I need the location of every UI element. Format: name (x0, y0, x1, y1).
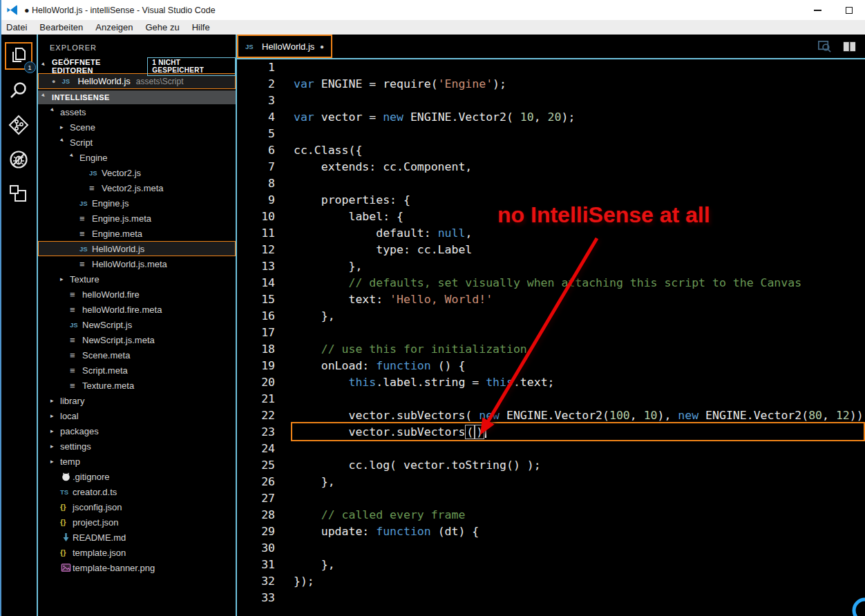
code-editor[interactable]: 12var ENGINE = require('Engine');34var v… (237, 59, 865, 616)
code-line-12[interactable]: 12 type: cc.Label (237, 242, 865, 258)
tree-file-texture.meta[interactable]: ≡Texture.meta (38, 378, 236, 393)
line-content (275, 93, 294, 109)
tree-file-template-banner.png[interactable]: template-banner.png (38, 560, 236, 575)
code-line-25[interactable]: 25 cc.log( vector.toString() ); (237, 457, 865, 474)
menu-datei[interactable]: Datei (0, 20, 33, 35)
code-line-26[interactable]: 26 }, (237, 474, 865, 490)
code-line-32[interactable]: 32}); (237, 573, 865, 590)
text-file-icon: ≡ (70, 350, 82, 360)
tree-file-helloworld.js[interactable]: JSHelloWorld.js (38, 241, 236, 256)
tree-file-project.json[interactable]: {}project.json (38, 514, 236, 530)
open-preview-icon[interactable] (817, 39, 832, 54)
code-line-5[interactable]: 5 (237, 126, 865, 142)
ts-file-icon: TS (60, 488, 72, 496)
editor-actions (817, 35, 865, 58)
tree-folder-packages[interactable]: ▸packages (38, 423, 236, 439)
tree-file-engine.js[interactable]: JSEngine.js (38, 195, 236, 211)
tree-file-readme.md[interactable]: README.md (38, 530, 236, 545)
extensions-icon-button[interactable] (0, 177, 37, 211)
tree-file-engine.meta[interactable]: ≡Engine.meta (38, 226, 236, 241)
tree-folder-engine[interactable]: ▸Engine (38, 150, 236, 165)
menu-bearbeiten[interactable]: Bearbeiten (33, 20, 89, 35)
tree-file-helloworld.fire[interactable]: ≡helloWorld.fire (38, 287, 236, 302)
code-line-19[interactable]: 19 onLoad: function () { (237, 358, 865, 374)
menu-anzeigen[interactable]: Anzeigen (89, 20, 139, 35)
folder-section-header[interactable]: ▸ INTELLISENSE (38, 90, 236, 104)
tree-folder-library[interactable]: ▸library (38, 393, 236, 408)
window-controls (801, 0, 865, 20)
tree-folder-local[interactable]: ▸local (38, 408, 236, 423)
tree-file-helloworld.fire.meta[interactable]: ≡helloWorld.fire.meta (38, 302, 236, 317)
code-line-15[interactable]: 15 text: 'Hello, World!' (237, 291, 865, 308)
source-control-icon-button[interactable] (0, 108, 37, 142)
line-number: 1 (237, 59, 275, 76)
code-line-14[interactable]: 14 // defaults, set visually when attach… (237, 275, 865, 291)
line-content (275, 126, 294, 142)
maximize-icon (846, 7, 853, 14)
tree-item-label: creator.d.ts (73, 487, 117, 497)
vscode-logo-icon (6, 4, 18, 16)
code-line-4[interactable]: 4var vector = new ENGINE.Vector2( 10, 20… (237, 109, 865, 126)
code-line-20[interactable]: 20 this.label.string = this.text; (237, 374, 865, 391)
file-tree: ▸assets▸Scene▸Script▸EngineJSVector2.js≡… (38, 104, 236, 575)
chevron-collapsed-icon: ▸ (60, 124, 69, 131)
search-icon-button[interactable] (0, 73, 37, 108)
code-line-1[interactable]: 1 (237, 59, 865, 76)
tree-folder-script[interactable]: ▸Script (38, 135, 236, 150)
line-content: default: null, (275, 225, 472, 242)
code-line-30[interactable]: 30 (237, 540, 865, 557)
tree-file-vector2.js[interactable]: JSVector2.js (38, 165, 236, 180)
line-number: 30 (237, 540, 275, 557)
tree-file-script.meta[interactable]: ≡Script.meta (38, 363, 236, 378)
tree-file-engine.js.meta[interactable]: ≡Engine.js.meta (38, 211, 236, 226)
tree-file-template.json[interactable]: {}template.json (38, 545, 236, 560)
line-content: onLoad: function () { (275, 358, 465, 374)
chevron-collapsed-icon: ▸ (50, 427, 59, 434)
tree-folder-assets[interactable]: ▸assets (38, 104, 236, 119)
open-editors-section-header[interactable]: ▸ GEÖFFNETE EDITOREN 1 NICHT GESPEICHERT (38, 59, 236, 73)
tree-folder-settings[interactable]: ▸settings (38, 439, 236, 454)
explorer-icon-button[interactable]: 1 (0, 39, 37, 73)
tree-folder-scene[interactable]: ▸Scene (38, 119, 236, 135)
extensions-icon (8, 184, 29, 204)
tree-folder-temp[interactable]: ▸temp (38, 454, 236, 469)
tab-helloworld[interactable]: JS HelloWorld.js ● (237, 35, 332, 58)
code-line-23[interactable]: 23 vector.subVectors() (237, 424, 865, 441)
code-line-27[interactable]: 27 (237, 490, 865, 507)
tree-item-label: assets (60, 107, 86, 117)
tree-item-label: packages (60, 426, 99, 436)
code-line-17[interactable]: 17 (237, 325, 865, 341)
code-line-21[interactable]: 21 (237, 391, 865, 407)
code-line-6[interactable]: 6cc.Class({ (237, 142, 865, 159)
tree-file-vector2.js.meta[interactable]: ≡Vector2.js.meta (38, 180, 236, 195)
tree-file-.gitignore[interactable]: .gitignore (38, 469, 236, 484)
menu-hilfe[interactable]: Hilfe (186, 20, 216, 35)
code-line-16[interactable]: 16 }, (237, 308, 865, 325)
tree-file-newscript.js[interactable]: JSNewScript.js (38, 317, 236, 332)
tree-file-creator.d.ts[interactable]: TScreator.d.ts (38, 484, 236, 499)
code-line-28[interactable]: 28 // called every frame (237, 507, 865, 523)
split-editor-icon[interactable] (842, 39, 857, 54)
debug-icon-button[interactable] (0, 142, 37, 177)
tree-item-label: Engine.meta (92, 229, 142, 239)
code-line-29[interactable]: 29 update: function (dt) { (237, 523, 865, 540)
code-line-22[interactable]: 22 vector.subVectors( new ENGINE.Vector2… (237, 407, 865, 424)
code-line-33[interactable]: 33 (237, 590, 865, 606)
code-line-13[interactable]: 13 }, (237, 258, 865, 275)
maximize-button[interactable] (833, 0, 865, 20)
code-line-31[interactable]: 31 }, (237, 557, 865, 573)
code-line-7[interactable]: 7 extends: cc.Component, (237, 159, 865, 175)
tree-file-newscript.js.meta[interactable]: ≡NewScript.js.meta (38, 332, 236, 347)
menu-gehe-zu[interactable]: Gehe zu (139, 20, 185, 35)
code-line-2[interactable]: 2var ENGINE = require('Engine'); (237, 76, 865, 93)
code-line-18[interactable]: 18 // use this for initialization (237, 341, 865, 358)
tree-folder-texture[interactable]: ▸Texture (38, 271, 236, 287)
code-line-3[interactable]: 3 (237, 93, 865, 109)
chevron-collapsed-icon: ▸ (50, 412, 59, 419)
code-line-24[interactable]: 24 (237, 441, 865, 457)
tree-file-helloworld.js.meta[interactable]: ≡HelloWorld.js.meta (38, 256, 236, 271)
minimize-button[interactable] (801, 0, 833, 20)
tree-file-jsconfig.json[interactable]: {}jsconfig.json (38, 499, 236, 514)
tree-file-scene.meta[interactable]: ≡Scene.meta (38, 347, 236, 363)
code-line-8[interactable]: 8 (237, 175, 865, 192)
